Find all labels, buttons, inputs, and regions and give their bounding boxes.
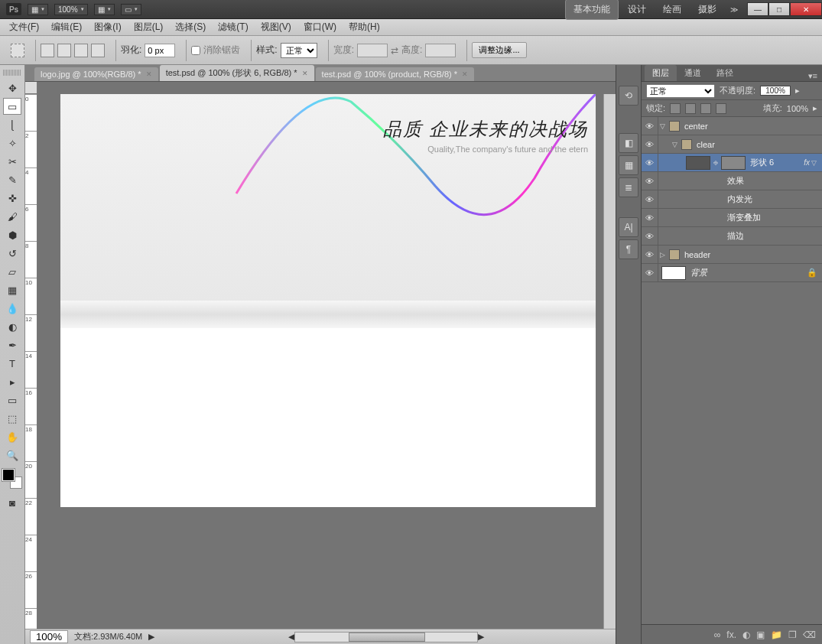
selection-intersect-icon[interactable]	[91, 44, 105, 57]
character-panel-icon[interactable]: A|	[619, 217, 638, 237]
close-icon[interactable]: ✕	[302, 70, 308, 77]
color-panel-icon[interactable]: ◧	[619, 133, 638, 153]
menu-window[interactable]: 窗口(W)	[299, 19, 341, 35]
window-minimize-button[interactable]: —	[747, 2, 768, 16]
disclosure-icon[interactable]: ▷	[658, 251, 666, 259]
link-layers-icon[interactable]: ∞	[714, 629, 721, 640]
eyedropper-tool[interactable]: ✎	[3, 171, 21, 188]
new-adjustment-icon[interactable]: ▣	[756, 629, 765, 640]
lock-transparency-icon[interactable]	[670, 103, 681, 114]
visibility-toggle[interactable]: 👁	[642, 209, 658, 226]
shape-tool[interactable]: ▭	[3, 392, 21, 408]
path-select-tool[interactable]: ▸	[3, 373, 21, 390]
ruler-vertical[interactable]: 0246810121416182022242628	[25, 94, 37, 629]
menu-image[interactable]: 图像(I)	[89, 19, 125, 35]
layer-effect-gradient-overlay[interactable]: 👁 渐变叠加	[642, 209, 822, 227]
visibility-toggle[interactable]: 👁	[642, 172, 658, 190]
disclosure-icon[interactable]: ▽	[671, 141, 678, 148]
stamp-tool[interactable]: ⬢	[3, 226, 21, 243]
workspace-tab-photography[interactable]: 摄影	[690, 0, 724, 19]
blend-mode-select[interactable]: 正常	[646, 84, 715, 98]
visibility-toggle[interactable]: 👁	[642, 117, 658, 135]
vector-mask-thumb[interactable]	[686, 156, 710, 170]
workspace-tab-essentials[interactable]: 基本功能	[565, 0, 619, 20]
canvas-viewport[interactable]: 品质 企业未来的决战场 Quality,The company's future…	[37, 94, 603, 629]
styles-panel-icon[interactable]: ≣	[619, 177, 638, 197]
screen-mode-dropdown[interactable]: ▭	[121, 4, 141, 15]
zoom-tool[interactable]: 🔍	[3, 447, 21, 463]
workspace-tab-painting[interactable]: 绘画	[655, 0, 689, 19]
fill-slider-icon[interactable]: ▸	[813, 103, 817, 113]
color-swatch[interactable]	[2, 469, 22, 489]
quick-mask-tool[interactable]: ◙	[3, 494, 21, 511]
opacity-slider-icon[interactable]: ▸	[795, 86, 800, 96]
visibility-toggle[interactable]: 👁	[642, 190, 658, 208]
arrange-dropdown[interactable]: ▦	[94, 4, 115, 15]
history-panel-icon[interactable]: ⟲	[619, 86, 638, 106]
bridge-dropdown[interactable]: ▦	[28, 4, 48, 15]
selection-subtract-icon[interactable]	[74, 44, 88, 57]
window-maximize-button[interactable]: □	[768, 2, 790, 16]
marquee-tool[interactable]: ▭	[3, 98, 21, 115]
layer-group-header[interactable]: 👁 ▷ header	[642, 246, 822, 264]
tab-paths[interactable]: 路径	[709, 65, 741, 81]
history-brush-tool[interactable]: ↺	[3, 245, 21, 262]
refine-edge-button[interactable]: 调整边缘...	[472, 42, 526, 58]
status-arrow-icon[interactable]: ▶	[148, 632, 154, 642]
delete-layer-icon[interactable]: ⌫	[803, 629, 816, 640]
layer-shape6[interactable]: 👁 ⎆ 形状 6 fx ▽	[642, 154, 822, 172]
pen-tool[interactable]: ✒	[3, 337, 21, 353]
scroll-left-icon[interactable]: ◀	[288, 632, 294, 642]
paragraph-panel-icon[interactable]: ¶	[619, 239, 638, 259]
magic-wand-tool[interactable]: ✧	[3, 135, 21, 151]
ruler-origin[interactable]	[25, 82, 37, 94]
eraser-tool[interactable]: ▱	[3, 263, 21, 280]
workspace-tab-design[interactable]: 设计	[620, 0, 654, 19]
zoom-dropdown[interactable]: 100%	[54, 4, 88, 15]
type-tool[interactable]: T	[3, 355, 21, 372]
layer-background[interactable]: 👁 背景 🔒	[642, 264, 822, 282]
layer-effect-stroke[interactable]: 👁 描边	[642, 227, 822, 246]
toolbox-handle[interactable]	[3, 70, 21, 76]
disclosure-icon[interactable]: ▽	[658, 122, 666, 130]
3d-tool[interactable]: ⬚	[3, 410, 21, 427]
new-group-icon[interactable]: 📁	[771, 629, 782, 640]
layer-group-clear[interactable]: 👁 ▽ clear	[642, 135, 822, 154]
crop-tool[interactable]: ✂	[3, 153, 21, 170]
add-fx-icon[interactable]: fx.	[726, 629, 736, 640]
gradient-tool[interactable]: ▦	[3, 281, 21, 298]
scroll-right-icon[interactable]: ▶	[478, 632, 484, 642]
visibility-toggle[interactable]: 👁	[642, 135, 658, 153]
tab-channels[interactable]: 通道	[677, 65, 709, 81]
opacity-value[interactable]: 100%	[760, 86, 791, 96]
workspace-more-icon[interactable]: ≫	[726, 5, 742, 14]
horizontal-scrollbar[interactable]	[294, 632, 478, 642]
move-tool[interactable]: ✥	[3, 80, 21, 96]
marquee-tool-icon[interactable]	[11, 44, 24, 57]
document-tab-2[interactable]: test.psd @ 100% (product, RGB/8) *✕	[316, 67, 474, 81]
visibility-toggle[interactable]: 👁	[642, 227, 658, 245]
window-close-button[interactable]: ✕	[790, 2, 822, 16]
hand-tool[interactable]: ✋	[3, 428, 21, 445]
lasso-tool[interactable]: ɭ	[3, 116, 21, 133]
document-tab-1[interactable]: test.psd @ 100% (形状 6, RGB/8) *✕	[160, 65, 314, 81]
lock-all-icon[interactable]	[716, 103, 726, 114]
new-layer-icon[interactable]: ❐	[788, 629, 797, 640]
swatches-panel-icon[interactable]: ▦	[619, 155, 638, 175]
layer-effect-inner-glow[interactable]: 👁 内发光	[642, 190, 822, 209]
menu-layer[interactable]: 图层(L)	[129, 19, 168, 35]
menu-help[interactable]: 帮助(H)	[344, 19, 385, 35]
visibility-toggle[interactable]: 👁	[642, 246, 658, 263]
feather-input[interactable]	[145, 44, 175, 57]
tab-layers[interactable]: 图层	[645, 65, 677, 81]
fx-badge[interactable]: fx	[804, 158, 810, 167]
layer-thumb[interactable]	[661, 266, 686, 280]
selection-new-icon[interactable]	[41, 44, 54, 57]
fill-value[interactable]: 100%	[787, 104, 808, 113]
menu-edit[interactable]: 编辑(E)	[47, 19, 86, 35]
healing-brush-tool[interactable]: ✜	[3, 190, 21, 207]
status-zoom-input[interactable]	[30, 630, 68, 643]
vertical-scrollbar[interactable]	[603, 94, 616, 629]
menu-view[interactable]: 视图(V)	[256, 19, 296, 35]
visibility-toggle[interactable]: 👁	[642, 154, 658, 171]
